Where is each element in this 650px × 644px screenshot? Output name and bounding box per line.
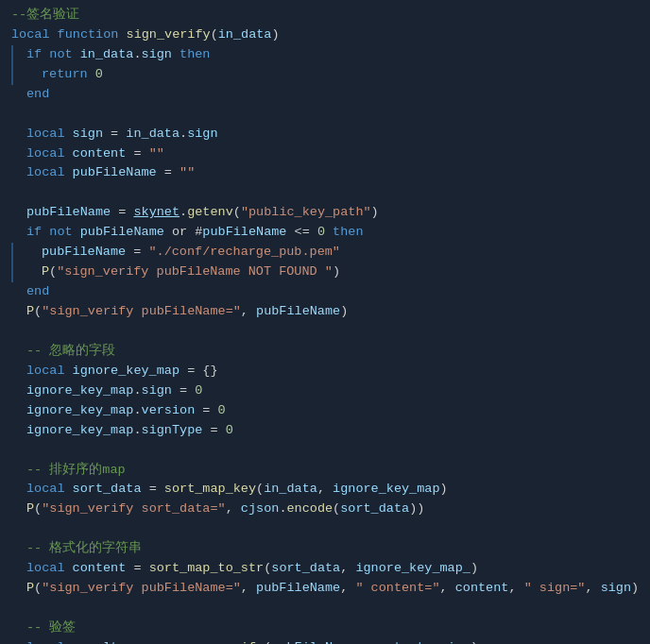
token-varname: cjson	[241, 500, 280, 519]
token-funcname: P	[26, 302, 34, 322]
code-line: pubFileName = skynet.getenv("public_key_…	[11, 203, 639, 223]
token-keyword: end	[26, 85, 49, 105]
token-plain: ,	[317, 480, 333, 500]
code-line: if not pubFileName or #pubFileName <= 0 …	[11, 223, 639, 243]
token-underline: myrsa	[142, 638, 180, 644]
token-varname: result	[73, 638, 119, 644]
token-varname: pubFileName	[80, 223, 164, 243]
code-line: end	[11, 85, 639, 105]
token-keyword: local	[26, 163, 73, 183]
token-plain: .	[180, 125, 187, 144]
token-keyword: local	[26, 480, 73, 500]
code-line: P("sign_verify sort_data=", cjson.encode…	[11, 500, 639, 519]
token-funcname: sort_map_key	[164, 480, 256, 500]
token-plain: .	[180, 638, 187, 644]
token-plain: ,	[340, 579, 355, 599]
token-plain: )	[333, 263, 340, 282]
token-varname: pubFileName	[26, 203, 111, 223]
code-line	[11, 322, 639, 342]
code-line: P("sign_verify pubFileName NOT FOUND ")	[11, 263, 639, 282]
token-plain: ,	[226, 500, 241, 519]
token-plain: )	[440, 480, 448, 500]
code-line: local ignore_key_map = {}	[11, 362, 639, 381]
token-plain: (	[49, 263, 57, 282]
token-plain: ,	[340, 559, 355, 579]
token-keyword: then	[325, 223, 364, 243]
token-plain: ,	[424, 638, 439, 644]
token-funcname: getenv	[187, 203, 233, 223]
token-varname: content	[73, 559, 127, 579]
token-varname: in_data	[218, 25, 272, 45]
token-comment: -- 验签	[26, 619, 76, 638]
token-varname: sign	[142, 381, 172, 401]
token-plain: #	[195, 223, 202, 243]
token-plain: <=	[286, 223, 316, 243]
code-line: pubFileName = "./conf/recharge_pub.pem"	[11, 243, 639, 263]
token-plain: or	[164, 223, 195, 243]
code-line	[11, 599, 639, 619]
token-string: ""	[149, 144, 164, 164]
code-line: local content = sort_map_to_str(sort_dat…	[11, 559, 639, 579]
token-underline: skynet	[133, 203, 180, 223]
code-line: local sort_data = sort_map_key(in_data, …	[11, 480, 639, 500]
code-line: ignore_key_map.sign = 0	[11, 381, 639, 401]
token-funcname: encode	[286, 500, 333, 519]
token-plain: ,	[440, 579, 455, 599]
token-plain: )	[470, 638, 478, 644]
token-plain: ,	[508, 579, 523, 599]
token-comment: -- 排好序的map	[26, 461, 126, 481]
token-funcname: rsa_verify	[187, 638, 264, 644]
token-plain: (	[34, 500, 42, 519]
code-line: local result = myrsa.rsa_verify(pubFileN…	[11, 638, 639, 644]
token-varname: sort_data	[340, 500, 409, 519]
token-varname: signType	[142, 421, 203, 441]
token-varname: ignore_key_map	[73, 362, 180, 381]
token-plain: =	[142, 480, 164, 500]
token-plain: )	[371, 203, 379, 223]
code-line: P("sign_verify pubFileName=", pubFileNam…	[11, 302, 639, 322]
token-keyword: local	[26, 362, 73, 381]
code-line: if not in_data.sign then	[11, 45, 639, 65]
token-plain: =	[202, 421, 225, 441]
code-container: --签名验证local function sign_verify(in_data…	[0, 0, 650, 644]
token-plain: ))	[409, 500, 424, 519]
code-line: P("sign_verify pubFileName=", pubFileNam…	[11, 579, 639, 599]
token-number: 0	[195, 381, 202, 401]
code-line: ignore_key_map.version = 0	[11, 401, 639, 421]
token-keyword: local	[26, 125, 73, 144]
token-varname: sign	[73, 125, 103, 144]
token-plain: (	[256, 480, 264, 500]
token-keyword: return	[42, 65, 95, 85]
token-varname: in_data	[80, 45, 134, 65]
token-varname: pubFileName	[73, 163, 157, 183]
token-varname: in_data	[264, 480, 317, 500]
code-line: ignore_key_map.signType = 0	[11, 421, 639, 441]
code-line: local function sign_verify(in_data)	[11, 25, 639, 45]
code-line: local pubFileName = ""	[11, 163, 639, 183]
token-string: " content="	[355, 579, 439, 599]
token-varname: sign	[187, 125, 217, 144]
token-keyword: then	[172, 45, 211, 65]
token-varname: pubFileName	[202, 223, 286, 243]
token-keyword: local	[26, 638, 73, 644]
token-funcname: P	[26, 579, 34, 599]
token-plain: =	[103, 125, 126, 144]
code-line: end	[11, 282, 639, 302]
token-string: "sign_verify pubFileName="	[42, 579, 241, 599]
token-plain: (	[34, 579, 42, 599]
token-funcname: sort_map_to_str	[149, 559, 265, 579]
token-varname: ignore_key_map	[26, 421, 133, 441]
token-keyword: not	[49, 223, 79, 243]
token-string: "public_key_path"	[241, 203, 371, 223]
token-plain: )	[271, 25, 279, 45]
token-plain: .	[133, 421, 141, 441]
token-plain: =	[195, 401, 217, 421]
token-varname: version	[142, 401, 196, 421]
token-varname: ignore_key_map	[333, 480, 439, 500]
code-line: -- 格式化的字符串	[11, 539, 639, 559]
token-plain: (	[211, 25, 218, 45]
token-varname: ignore_key_map_	[355, 559, 470, 579]
token-number: 0	[226, 421, 233, 441]
token-string: " sign="	[524, 579, 586, 599]
token-keyword: if	[26, 223, 49, 243]
